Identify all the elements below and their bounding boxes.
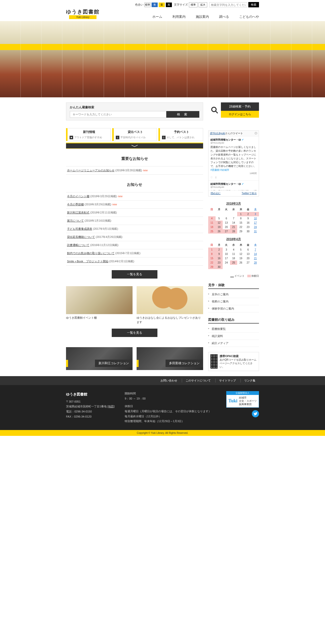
twitter-view-link[interactable]: Twitterで表示 bbox=[242, 192, 257, 195]
news-link[interactable]: 館内でのお飲み物の取り扱いについて bbox=[67, 252, 115, 255]
footer-nav-item[interactable]: サイトマップ bbox=[215, 379, 239, 382]
calendar-day[interactable]: 15 bbox=[208, 256, 216, 260]
calendar-day[interactable]: 26 bbox=[237, 260, 245, 265]
twitter-embed-link[interactable]: 埋め込む bbox=[210, 192, 221, 195]
side-list-item[interactable]: 体験学習のご案内 bbox=[208, 305, 259, 312]
photos-more-button[interactable]: 一覧を見る bbox=[112, 329, 157, 337]
info-icon[interactable]: ⓘ bbox=[255, 132, 257, 135]
calendar-title[interactable]: 2018年3月 bbox=[208, 202, 259, 206]
catalog-search-input[interactable] bbox=[70, 111, 166, 118]
calendar-day[interactable]: 9 bbox=[216, 252, 223, 256]
fontsize-large-button[interactable]: 拡大 bbox=[199, 2, 207, 7]
calendar-day[interactable]: 20 bbox=[245, 256, 252, 260]
calendar-title[interactable]: 2018年4月 bbox=[208, 237, 259, 241]
site-search-input[interactable] bbox=[209, 2, 247, 7]
calendar-day[interactable]: 21 bbox=[230, 225, 237, 229]
sponsor-badge[interactable]: 公益財団法人 Tuki 結城市 文化・スポーツ 振興事業団 bbox=[226, 391, 259, 408]
color-black-button[interactable]: 黒 bbox=[166, 3, 172, 7]
login-link[interactable]: ログインはこちら bbox=[221, 111, 259, 118]
calendar-day[interactable]: 22 bbox=[208, 260, 216, 265]
news-link[interactable]: 子ども司書養成講座 bbox=[67, 227, 92, 230]
calendar-day[interactable]: 22 bbox=[237, 225, 245, 229]
nav-item[interactable]: 調べる bbox=[219, 14, 229, 19]
calendar-day[interactable]: 25 bbox=[230, 260, 237, 265]
calendar-day[interactable]: 30 bbox=[216, 265, 223, 269]
collection-link[interactable]: 新川和江コレクション bbox=[66, 347, 133, 370]
calendar-day[interactable]: 1 bbox=[208, 248, 216, 252]
calendar-day[interactable]: 27 bbox=[223, 229, 230, 234]
calendar-day[interactable]: 28 bbox=[230, 229, 237, 234]
side-list-item[interactable]: 紹介メディア bbox=[208, 340, 259, 347]
tweet[interactable]: 結城市民情報センター・ゆ ✔ @YiccLibyuki 図書館のホームページが新… bbox=[208, 136, 259, 181]
calendar-day[interactable]: 25 bbox=[208, 229, 216, 234]
news-link[interactable]: 読書通帳について bbox=[67, 243, 89, 247]
calendar-day[interactable]: 19 bbox=[237, 256, 245, 260]
twitter-handle-link[interactable]: @YiccLibyuki bbox=[210, 132, 225, 135]
calendar-day[interactable]: 9 bbox=[245, 216, 252, 221]
calendar-day[interactable]: 4 bbox=[208, 216, 216, 221]
calendar-day[interactable]: 7 bbox=[230, 216, 237, 221]
calendar-day[interactable]: 6 bbox=[223, 216, 230, 221]
calendar-day[interactable]: 29 bbox=[237, 229, 245, 234]
news-link[interactable]: 新川和江賞表彰式 bbox=[67, 211, 89, 214]
calendar-day[interactable]: 17 bbox=[252, 221, 259, 225]
calendar-day[interactable]: 29 bbox=[208, 265, 216, 269]
calendar-day[interactable]: 14 bbox=[230, 221, 237, 225]
calendar-day[interactable]: 3 bbox=[223, 248, 230, 252]
calendar-day[interactable]: 16 bbox=[245, 221, 252, 225]
collection-link[interactable]: 多田富雄コレクション bbox=[137, 347, 203, 370]
footer-nav-item[interactable]: このサイトについて bbox=[182, 379, 214, 382]
calendar-day[interactable]: 23 bbox=[245, 225, 252, 229]
calendar-day[interactable]: 18 bbox=[208, 225, 216, 229]
calendar-day[interactable]: 24 bbox=[252, 225, 259, 229]
side-list-item[interactable]: 図書館要覧 bbox=[208, 326, 259, 333]
nav-item[interactable]: 利用案内 bbox=[172, 14, 186, 19]
catalog-search-button[interactable]: 検 索 bbox=[166, 111, 199, 118]
photo-card[interactable]: ゆうき図書館イベント棚 bbox=[66, 286, 133, 324]
color-blue-button[interactable]: 青 bbox=[152, 3, 158, 7]
news-link[interactable]: ホームページリニューアルのお知らせ bbox=[67, 169, 115, 172]
calendar-day[interactable]: 11 bbox=[230, 252, 237, 256]
calendar-day[interactable]: 4 bbox=[230, 248, 237, 252]
calendar-day[interactable]: 3 bbox=[252, 212, 259, 216]
calendar-day[interactable]: 18 bbox=[230, 256, 237, 260]
news-link[interactable]: 展示について bbox=[67, 219, 84, 222]
calendar-day[interactable]: 13 bbox=[245, 252, 252, 256]
info-tab[interactable]: 予約ベスト 1そして、バトンは渡され bbox=[158, 128, 203, 141]
calendar-day[interactable]: 26 bbox=[216, 229, 223, 234]
calendar-day[interactable]: 11 bbox=[208, 221, 216, 225]
calendar-day[interactable]: 7 bbox=[252, 248, 259, 252]
news-link[interactable]: 今月のイベント棚 bbox=[67, 195, 89, 198]
calendar-day[interactable]: 23 bbox=[216, 260, 223, 265]
calendar-day[interactable]: 14 bbox=[252, 252, 259, 256]
calendar-day[interactable]: 24 bbox=[223, 260, 230, 265]
news-link[interactable]: Smile＋Book プロジェクト開始 bbox=[67, 260, 108, 263]
calendar-day[interactable]: 30 bbox=[245, 229, 252, 234]
calendar-day[interactable]: 12 bbox=[216, 221, 223, 225]
news-link[interactable]: 今月の季節棚 bbox=[67, 203, 84, 206]
calendar-day[interactable]: 13 bbox=[223, 221, 230, 225]
nav-item[interactable]: こどものへや bbox=[239, 14, 259, 19]
calendar-day[interactable]: 5 bbox=[237, 248, 245, 252]
info-tab[interactable]: 貸出ベスト 1平安時代のサバイバル bbox=[112, 128, 157, 141]
calendar-day[interactable]: 8 bbox=[237, 216, 245, 221]
calendar-day[interactable]: 17 bbox=[223, 256, 230, 260]
info-tab[interactable]: 新刊情報 ■アウトドア育脳のすすめ bbox=[66, 128, 111, 141]
advanced-search-title[interactable]: 詳細検索・予約 bbox=[221, 102, 259, 111]
calendar-day[interactable]: 27 bbox=[245, 260, 252, 265]
fontsize-std-button[interactable]: 標準 bbox=[189, 2, 198, 7]
calendar-day[interactable]: 21 bbox=[252, 256, 259, 260]
news-more-button[interactable]: 一覧を見る bbox=[112, 270, 157, 279]
news-link[interactable]: 貸出延長機能について bbox=[67, 235, 95, 238]
calendar-day[interactable]: 2 bbox=[216, 248, 223, 252]
site-logo[interactable]: ゆうき図書館 Yuki Library bbox=[66, 8, 100, 19]
calendar-day[interactable]: 1 bbox=[237, 212, 245, 216]
calendar-day[interactable]: 19 bbox=[216, 225, 223, 229]
side-list-item[interactable]: 視察のご案内 bbox=[208, 298, 259, 305]
photo-card[interactable]: ゆうきおはなし会によるおはなしプレゼントがあります bbox=[137, 286, 203, 324]
calendar-day[interactable]: 15 bbox=[237, 221, 245, 225]
footer-map-link[interactable]: [地図] bbox=[107, 405, 115, 408]
expand-toggle[interactable] bbox=[66, 143, 203, 149]
calendar-day[interactable]: 2 bbox=[245, 212, 252, 216]
color-std-button[interactable]: 標準 bbox=[144, 3, 151, 7]
